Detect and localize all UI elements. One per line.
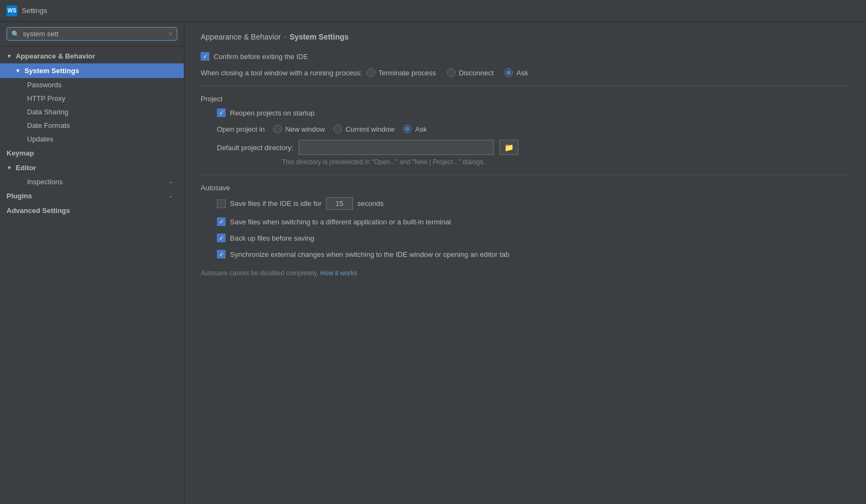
sidebar-item-updates[interactable]: Updates [0, 132, 184, 146]
chevron-down-icon: ▼ [7, 53, 12, 59]
chevron-down-icon: ▼ [7, 165, 12, 171]
reopen-projects-checkbox[interactable] [217, 108, 226, 117]
search-box-wrapper: 🔍 × [0, 22, 184, 47]
sidebar-nav: ▼ Appearance & Behavior ▼ System Setting… [0, 47, 184, 504]
folder-icon: 📁 [504, 143, 514, 152]
reopen-projects-row: Reopen projects on startup [217, 108, 850, 117]
autosave-section-label: Autosave [201, 184, 850, 192]
terminate-label: Terminate process [379, 69, 436, 77]
save-on-switch-label: Save files when switching to a different… [230, 218, 451, 226]
sidebar-item-system-settings[interactable]: ▼ System Settings [0, 63, 184, 78]
current-window-radio[interactable] [333, 125, 342, 133]
confirm-exit-row: Confirm before exiting the IDE [201, 52, 850, 61]
sync-external-changes-checkbox[interactable] [217, 250, 226, 259]
sync-external-changes-label: Synchronize external changes when switch… [230, 250, 509, 259]
app-icon: WS [7, 5, 17, 16]
disconnect-option[interactable]: Disconnect [447, 68, 493, 77]
closing-tool-window-row: When closing a tool window with a runnin… [201, 68, 850, 77]
sidebar-item-label: System Settings [24, 67, 79, 75]
sidebar-item-appearance-behavior[interactable]: ▼ Appearance & Behavior [0, 49, 184, 63]
sidebar-item-advanced-settings[interactable]: Advanced Settings [0, 203, 184, 218]
title-bar: WS Settings [0, 0, 866, 22]
breadcrumb: Appearance & Behavior › System Settings [201, 33, 850, 41]
divider-project [201, 86, 850, 86]
chevron-down-icon: ▼ [15, 68, 21, 74]
open-project-row: Open project in New window Current windo… [217, 125, 850, 133]
open-project-label: Open project in [217, 125, 265, 133]
sync-external-changes-row: Synchronize external changes when switch… [201, 250, 850, 259]
how-it-works-link[interactable]: How it works [320, 269, 357, 277]
sidebar-item-http-proxy[interactable]: HTTP Proxy [0, 92, 184, 105]
new-window-option[interactable]: New window [273, 125, 325, 133]
terminate-option[interactable]: Terminate process [367, 68, 436, 77]
sidebar: 🔍 × ▼ Appearance & Behavior ▼ System Set… [0, 22, 184, 504]
sidebar-item-label: Appearance & Behavior [16, 52, 95, 60]
sidebar-item-keymap[interactable]: Keymap [0, 146, 184, 160]
closing-tool-window-label: When closing a tool window with a runnin… [201, 69, 362, 77]
ask-radio[interactable] [504, 68, 513, 77]
default-directory-row: Default project directory: 📁 [217, 140, 850, 155]
save-if-idle-label1: Save files if the IDE is idle for [230, 199, 322, 208]
directory-input-container [299, 140, 494, 155]
sidebar-item-passwords[interactable]: Passwords [0, 78, 184, 92]
autosave-note: Autosave cannot be disabled completely. … [201, 269, 850, 277]
sidebar-item-plugins[interactable]: Plugins ▪ [0, 189, 184, 203]
ask-option[interactable]: Ask [504, 68, 528, 77]
new-window-radio[interactable] [273, 125, 282, 133]
closing-options: Terminate process Disconnect Ask [367, 68, 528, 77]
save-if-idle-label2: seconds [357, 199, 383, 208]
terminate-radio[interactable] [367, 68, 375, 77]
sidebar-item-data-sharing[interactable]: Data Sharing [0, 105, 184, 119]
project-section: Reopen projects on startup Open project … [201, 108, 850, 166]
ask-project-radio[interactable] [403, 125, 412, 133]
backup-before-saving-checkbox[interactable] [217, 234, 226, 242]
confirm-exit-label: Confirm before exiting the IDE [214, 53, 308, 61]
default-directory-label: Default project directory: [217, 144, 293, 152]
breadcrumb-current: System Settings [290, 33, 349, 41]
breadcrumb-separator: › [284, 33, 286, 41]
directory-browse-button[interactable]: 📁 [499, 140, 518, 155]
save-on-switch-row: Save files when switching to a different… [201, 217, 850, 226]
search-input[interactable] [23, 30, 165, 38]
current-window-label: Current window [345, 125, 394, 133]
sidebar-item-editor[interactable]: ▼ Editor [0, 160, 184, 175]
main-container: 🔍 × ▼ Appearance & Behavior ▼ System Set… [0, 22, 866, 504]
reopen-projects-label: Reopen projects on startup [230, 109, 315, 117]
disconnect-label: Disconnect [459, 69, 493, 77]
backup-before-saving-label: Back up files before saving [230, 234, 314, 242]
save-on-switch-checkbox[interactable] [217, 217, 226, 226]
directory-hint: This directory is preselected in "Open..… [282, 158, 850, 166]
expand-icon: ▪ [170, 179, 177, 185]
ask-project-option[interactable]: Ask [403, 125, 427, 133]
ask-project-label: Ask [415, 125, 427, 133]
save-if-idle-row: Save files if the IDE is idle for second… [201, 197, 850, 210]
new-window-label: New window [285, 125, 325, 133]
project-section-label: Project [201, 95, 850, 103]
sidebar-item-date-formats[interactable]: Date Formats [0, 119, 184, 132]
current-window-option[interactable]: Current window [333, 125, 394, 133]
save-if-idle-checkbox[interactable] [217, 199, 226, 208]
directory-input[interactable] [304, 144, 489, 152]
ask-label: Ask [516, 69, 528, 77]
breadcrumb-parent: Appearance & Behavior [201, 33, 281, 41]
search-icon: 🔍 [11, 30, 20, 38]
expand-icon: ▪ [170, 193, 177, 199]
backup-before-saving-row: Back up files before saving [201, 234, 850, 242]
sidebar-item-label: Editor [16, 164, 36, 172]
content-area: Appearance & Behavior › System Settings … [184, 22, 866, 504]
window-title: Settings [22, 7, 47, 15]
confirm-exit-checkbox[interactable] [201, 52, 209, 61]
search-box[interactable]: 🔍 × [7, 27, 177, 41]
divider-autosave [201, 175, 850, 175]
disconnect-radio[interactable] [447, 68, 456, 77]
sidebar-item-inspections[interactable]: Inspections ▪ [0, 175, 184, 189]
clear-search-icon[interactable]: × [169, 30, 172, 38]
idle-seconds-input[interactable] [326, 197, 353, 210]
